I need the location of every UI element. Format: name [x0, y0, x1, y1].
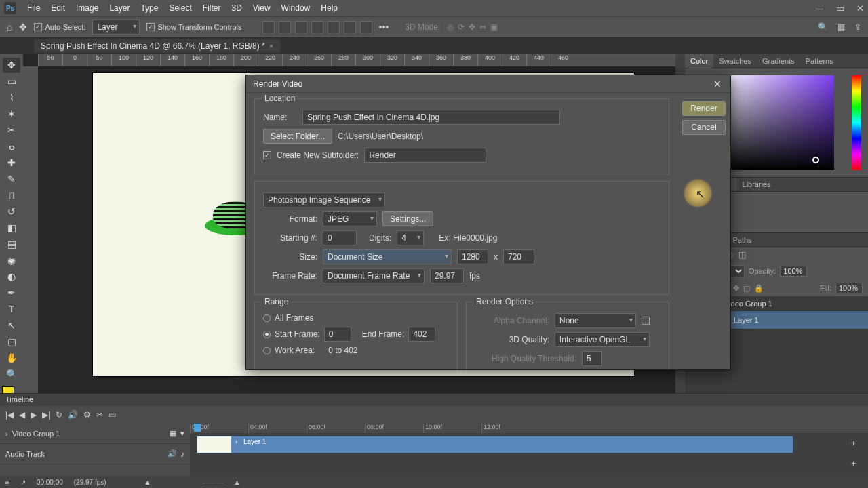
- more-icon[interactable]: •••: [379, 22, 389, 33]
- close-tab-icon[interactable]: ×: [269, 42, 273, 50]
- filter-smart-icon[interactable]: ◫: [738, 250, 746, 260]
- menu-file[interactable]: File: [22, 3, 45, 13]
- video-clip[interactable]: › Layer 1: [197, 436, 793, 453]
- prev-frame-icon[interactable]: ◀: [19, 410, 25, 420]
- menu-layer[interactable]: Layer: [104, 3, 135, 13]
- lasso-tool[interactable]: ⌇: [3, 90, 20, 105]
- next-frame-icon[interactable]: ▶|: [42, 410, 50, 420]
- zoom-out-icon[interactable]: ▲: [144, 479, 151, 486]
- chevron-right-icon[interactable]: ›: [5, 430, 8, 438]
- pen-tool[interactable]: ✒: [3, 285, 20, 300]
- menu-edit[interactable]: Edit: [45, 3, 71, 13]
- auto-select-checkbox[interactable]: Auto-Select:: [34, 23, 85, 31]
- menu-window[interactable]: Window: [276, 3, 316, 13]
- search-icon[interactable]: 🔍: [818, 22, 828, 32]
- mute-track-icon[interactable]: 🔊: [167, 449, 177, 458]
- menu-type[interactable]: Type: [135, 3, 163, 13]
- render-button[interactable]: Render: [682, 101, 726, 116]
- menu-help[interactable]: Help: [315, 3, 343, 13]
- menu-view[interactable]: View: [248, 3, 276, 13]
- auto-select-target[interactable]: Layer: [92, 20, 140, 35]
- align-middle-icon[interactable]: [328, 21, 340, 33]
- minimize-icon[interactable]: —: [815, 3, 824, 14]
- add-media-icon[interactable]: +: [851, 439, 856, 448]
- lock-artboard-icon[interactable]: ▢: [743, 284, 750, 293]
- time-ruler[interactable]: 02:00f04:00f06:00f 08:00f10:00f12:00f: [190, 424, 868, 433]
- filename-input[interactable]: [302, 110, 560, 125]
- cancel-button[interactable]: Cancel: [682, 120, 726, 135]
- wand-tool[interactable]: ✶: [3, 106, 20, 121]
- workspace-icon[interactable]: ▦: [837, 22, 845, 32]
- close-dialog-icon[interactable]: ✕: [711, 78, 724, 90]
- play-icon[interactable]: ▶: [31, 410, 37, 420]
- zoom-tool[interactable]: 🔍: [3, 367, 20, 382]
- track-menu-icon[interactable]: ▦: [170, 429, 176, 438]
- move-tool-icon[interactable]: ✥: [19, 22, 27, 33]
- loop-icon[interactable]: ↻: [56, 410, 62, 420]
- height-input[interactable]: [503, 249, 534, 264]
- move-tool[interactable]: ✥: [3, 58, 20, 73]
- fill-input[interactable]: [835, 283, 863, 293]
- convert-icon[interactable]: ↗: [20, 479, 26, 486]
- tab-gradients[interactable]: Gradients: [757, 54, 800, 68]
- gradient-tool[interactable]: ▤: [3, 237, 20, 251]
- close-app-icon[interactable]: ✕: [856, 3, 864, 14]
- tab-paths[interactable]: Paths: [727, 233, 757, 247]
- stamp-tool[interactable]: ⎍: [3, 188, 20, 203]
- menu-filter[interactable]: Filter: [197, 3, 226, 13]
- color-field[interactable]: [719, 75, 834, 170]
- marquee-tool[interactable]: ▭: [3, 74, 20, 89]
- maximize-icon[interactable]: ▭: [836, 3, 844, 14]
- type-tool[interactable]: T: [3, 302, 20, 317]
- transition-icon[interactable]: ▭: [108, 410, 116, 420]
- menu-3d[interactable]: 3D: [226, 3, 247, 13]
- zoom-in-icon[interactable]: ▲: [234, 479, 241, 486]
- align-center-h-icon[interactable]: [279, 21, 291, 33]
- subfolder-input[interactable]: [364, 148, 486, 163]
- first-frame-icon[interactable]: |◀: [5, 410, 14, 420]
- select-folder-button[interactable]: Select Folder...: [263, 129, 332, 144]
- opacity-input[interactable]: [780, 266, 807, 277]
- align-bottom-icon[interactable]: [344, 21, 356, 33]
- align-top-icon[interactable]: [311, 21, 323, 33]
- work-area-radio[interactable]: Work Area: 0 to 402: [263, 346, 449, 355]
- eraser-tool[interactable]: ◧: [3, 220, 20, 235]
- timeline-menu-icon[interactable]: ≡: [5, 479, 9, 486]
- mute-icon[interactable]: 🔊: [68, 410, 78, 420]
- align-left-icon[interactable]: [262, 21, 275, 33]
- menu-select[interactable]: Select: [163, 3, 197, 13]
- sequence-type-select[interactable]: Photoshop Image Sequence: [263, 192, 385, 207]
- add-audio-icon[interactable]: +: [851, 459, 856, 468]
- framerate-input[interactable]: [430, 268, 464, 283]
- subfolder-checkbox[interactable]: [263, 151, 271, 159]
- chevron-right-icon[interactable]: ›: [235, 438, 237, 445]
- lock-position-icon[interactable]: ✥: [733, 284, 739, 293]
- tab-color[interactable]: Color: [685, 54, 713, 68]
- video-track-row[interactable]: › Video Group 1 ▦ ▾: [0, 424, 190, 444]
- healing-tool[interactable]: ✚: [3, 155, 20, 170]
- start-frame-input[interactable]: [324, 327, 351, 342]
- lock-all-icon[interactable]: 🔒: [754, 284, 764, 293]
- tab-patterns[interactable]: Patterns: [800, 54, 839, 68]
- hue-slider[interactable]: [852, 75, 861, 170]
- width-input[interactable]: [457, 249, 488, 264]
- hand-tool[interactable]: ✋: [3, 350, 20, 365]
- format-select[interactable]: JPEG: [323, 211, 377, 226]
- home-icon[interactable]: ⌂: [7, 22, 12, 33]
- crop-tool[interactable]: ✂: [3, 123, 20, 138]
- start-frame-radio[interactable]: Start Frame: End Frame:: [263, 327, 449, 342]
- blur-tool[interactable]: ◉: [3, 253, 20, 268]
- split-icon[interactable]: ✂: [96, 410, 103, 420]
- size-select[interactable]: Document Size: [323, 249, 452, 264]
- framerate-select[interactable]: Document Frame Rate: [323, 268, 425, 283]
- audio-track-row[interactable]: Audio Track 🔊 ♪: [0, 444, 190, 464]
- path-tool[interactable]: ↖: [3, 318, 20, 333]
- doc-tab[interactable]: Spring Push Effect In Cinema 4D @ 66.7% …: [34, 39, 280, 53]
- zoom-slider[interactable]: ———: [203, 479, 223, 486]
- show-transform-checkbox[interactable]: Show Transform Controls: [146, 23, 241, 31]
- brush-tool[interactable]: ✎: [3, 171, 20, 186]
- menu-image[interactable]: Image: [71, 3, 104, 13]
- eyedropper-tool[interactable]: ⴰ: [3, 139, 20, 154]
- shape-tool[interactable]: ▢: [3, 334, 20, 349]
- dodge-tool[interactable]: ◐: [3, 269, 20, 284]
